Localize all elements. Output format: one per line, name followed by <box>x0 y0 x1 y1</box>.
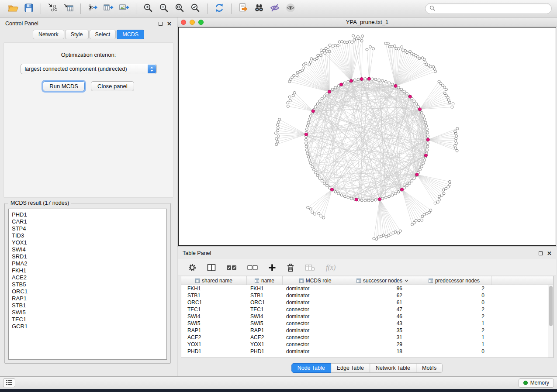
mcds-list-item[interactable]: PHD1 <box>12 211 163 218</box>
close-panel-icon[interactable]: ✕ <box>167 22 172 26</box>
float-table-panel-icon[interactable] <box>539 251 543 255</box>
column-header-MCDS-role[interactable]: MCDS role <box>283 276 348 285</box>
table-row[interactable]: ORC1ORC1dominator610 <box>181 299 548 306</box>
table-row[interactable]: TEC1TEC1connector472 <box>181 306 548 313</box>
mcds-list-item[interactable]: SRD1 <box>12 253 163 260</box>
table-cell-filler <box>491 327 548 334</box>
mcds-list-item[interactable]: CAR1 <box>12 218 163 225</box>
table-row[interactable]: FKH1FKH1dominator962 <box>181 285 548 292</box>
export-table-button[interactable] <box>100 2 116 15</box>
import-network-button[interactable] <box>45 2 61 15</box>
export-image-icon <box>119 3 129 15</box>
status-bar: Memory <box>0 376 557 389</box>
delete-table-icon[interactable] <box>305 264 315 272</box>
tab-mcds[interactable]: MCDS <box>117 30 144 39</box>
mcds-list-item[interactable]: ORC1 <box>12 288 163 295</box>
select-all-rows-icon[interactable] <box>226 265 237 271</box>
export-network-icon <box>87 3 98 15</box>
memory-button[interactable]: Memory <box>519 378 554 388</box>
deselect-all-rows-icon[interactable] <box>247 265 258 271</box>
hide-details-button[interactable] <box>267 2 283 15</box>
table-row[interactable]: STB1STB1dominator620 <box>181 292 548 299</box>
table-scrollbar-thumb[interactable] <box>549 286 553 326</box>
application-window: Control Panel ✕ NetworkStyleSelectMCDS O… <box>0 0 557 389</box>
tab-motifs[interactable]: Motifs <box>416 363 443 373</box>
mcds-list-item[interactable]: STB5 <box>12 281 163 288</box>
optimization-criterion-select[interactable]: largest connected component (undirected) <box>21 64 157 74</box>
mcds-list-item[interactable]: ACE2 <box>12 274 163 281</box>
mcds-list-item[interactable]: PMA2 <box>12 260 163 267</box>
export-image-button[interactable] <box>116 2 132 15</box>
zoom-selected-button[interactable] <box>187 2 203 15</box>
mcds-list-item[interactable]: TID3 <box>12 232 163 239</box>
tab-edge-table[interactable]: Edge Table <box>331 363 370 373</box>
mcds-list-item[interactable]: STP4 <box>12 225 163 232</box>
table-cell: 0 <box>417 348 491 355</box>
table-cell: 0 <box>417 292 491 299</box>
function-builder-icon[interactable]: f(x) <box>326 264 336 272</box>
tab-network-table[interactable]: Network Table <box>370 363 416 373</box>
node-table: shared namenameMCDS rolesuccessor nodesp… <box>181 276 554 358</box>
mcds-list-item[interactable]: SWI4 <box>12 246 163 253</box>
add-row-icon[interactable] <box>268 264 276 272</box>
tab-style[interactable]: Style <box>65 30 89 39</box>
table-cell: 1 <box>417 334 491 341</box>
column-header-predecessor-nodes[interactable]: predecessor nodes <box>417 276 491 285</box>
refresh-layout-button[interactable] <box>211 2 227 15</box>
open-folder-button[interactable] <box>5 2 21 15</box>
table-row[interactable]: ACE2ACE2connector311 <box>181 334 548 341</box>
mcds-list-item[interactable]: FKH1 <box>12 267 163 274</box>
search-network-button[interactable] <box>251 2 267 15</box>
tab-select[interactable]: Select <box>90 30 116 39</box>
table-row[interactable]: RAP1RAP1dominator352 <box>181 327 548 334</box>
table-scrollbar[interactable] <box>548 285 553 358</box>
column-header-shared-name[interactable]: shared name <box>181 276 247 285</box>
mcds-list-item[interactable]: RAP1 <box>12 295 163 302</box>
table-row[interactable]: PHD1PHD1dominator180 <box>181 348 548 355</box>
show-columns-icon[interactable] <box>207 264 216 272</box>
table-cell: SWI4 <box>247 313 283 320</box>
table-cell: 47 <box>348 306 417 313</box>
mcds-result-list[interactable]: PHD1CAR1STP4TID3YOX1SWI4SRD1PMA2FKH1ACE2… <box>8 209 167 360</box>
network-canvas[interactable] <box>178 27 556 246</box>
table-cell: dominator <box>283 299 348 306</box>
column-header-successor-nodes[interactable]: successor nodes <box>348 276 417 285</box>
mcds-list-item[interactable]: SWI5 <box>12 309 163 316</box>
toolbar-separator <box>231 3 232 14</box>
network-window-title: YPA_prune.txt_1 <box>177 19 557 25</box>
network-graph[interactable] <box>179 28 556 245</box>
tab-node-table[interactable]: Node Table <box>291 363 331 373</box>
zoom-in-button[interactable] <box>140 2 156 15</box>
show-details-button[interactable] <box>283 2 298 15</box>
export-network-button[interactable] <box>85 2 100 15</box>
share-document-button[interactable] <box>235 2 251 15</box>
delete-rows-icon[interactable] <box>287 263 294 272</box>
selected-criterion-value: largest connected component (undirected) <box>25 66 127 72</box>
mcds-list-item[interactable]: YOX1 <box>12 239 163 246</box>
table-cell: ACE2 <box>247 334 283 341</box>
network-window-titlebar[interactable]: YPA_prune.txt_1 <box>177 17 557 27</box>
mcds-list-item[interactable]: TEC1 <box>12 316 163 323</box>
table-row[interactable]: SWI5SWI5connector431 <box>181 320 548 327</box>
table-row[interactable]: SWI4SWI4dominator462 <box>181 313 548 320</box>
column-header-name[interactable]: name <box>247 276 283 285</box>
close-table-panel-icon[interactable]: ✕ <box>547 251 552 255</box>
table-cell: 2 <box>417 306 491 313</box>
zoom-out-button[interactable] <box>156 2 172 15</box>
table-cell: PHD1 <box>247 348 283 355</box>
table-row[interactable]: YOX1YOX1connector291 <box>181 341 548 348</box>
import-table-button[interactable] <box>61 2 76 15</box>
control-panel: Control Panel ✕ NetworkStyleSelectMCDS O… <box>0 17 177 376</box>
tab-network[interactable]: Network <box>33 30 64 39</box>
mcds-list-item[interactable]: STB1 <box>12 302 163 309</box>
mcds-list-item[interactable]: GCR1 <box>12 323 163 330</box>
zoom-fit-button[interactable] <box>172 2 187 15</box>
share-document-icon <box>238 3 249 15</box>
run-mcds-button[interactable]: Run MCDS <box>43 81 85 91</box>
search-input[interactable] <box>438 6 547 12</box>
settings-gear-icon[interactable] <box>188 263 197 272</box>
status-menu-button[interactable] <box>3 378 15 387</box>
close-panel-button[interactable]: Close panel <box>91 81 134 91</box>
float-panel-icon[interactable] <box>159 22 163 26</box>
save-button[interactable] <box>21 2 37 15</box>
